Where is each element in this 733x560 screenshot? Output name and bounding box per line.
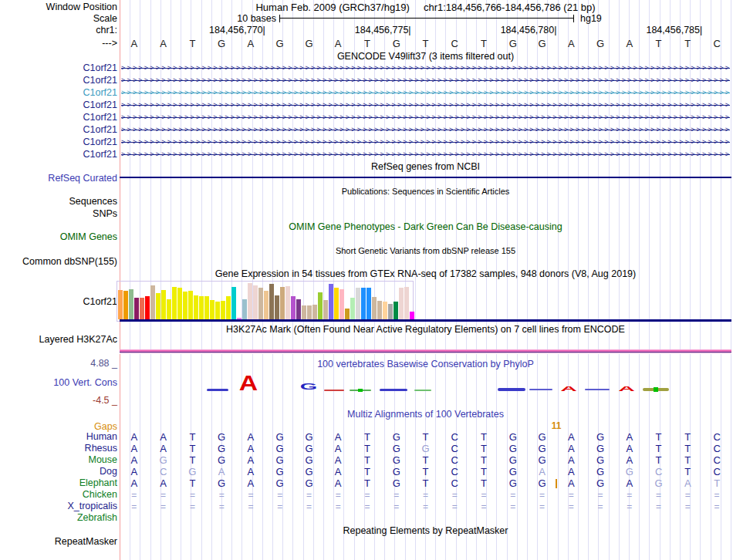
position-tick-label: 184,456,780|	[456, 25, 556, 35]
alignment-base: =	[440, 501, 469, 512]
species-label[interactable]: Dog	[0, 467, 117, 477]
sequence-base: G	[498, 39, 528, 49]
alignment-base: T	[469, 467, 498, 477]
alignment-base: G	[265, 455, 295, 466]
gene-label[interactable]: C1orf21	[0, 137, 117, 147]
gene-transcript-row[interactable]: >>>>>>>>>>>>>>>>>>>>>>>>>>>>>>>>>>>>>>>>…	[121, 100, 730, 110]
alignment-base: T	[673, 455, 702, 466]
omim-genes-label[interactable]: OMIM Genes	[0, 232, 117, 242]
sequence-base: G	[382, 39, 411, 49]
species-label[interactable]: Human	[0, 432, 117, 442]
alignment-base: G	[295, 455, 324, 466]
sequence-base: C	[440, 39, 469, 49]
alignment-base: =	[353, 501, 382, 512]
gene-transcript-row[interactable]: >>>>>>>>>>>>>>>>>>>>>>>>>>>>>>>>>>>>>>>>…	[121, 88, 730, 98]
conservation-dot	[358, 389, 363, 392]
sequence-base: T	[178, 39, 208, 49]
gtex-tissue-bar	[366, 288, 371, 319]
gtex-tissue-bar	[345, 309, 350, 319]
gtex-gene-label[interactable]: C1orf21	[0, 297, 117, 307]
gtex-tissue-bar	[140, 298, 144, 319]
gene-transcript-row[interactable]: >>>>>>>>>>>>>>>>>>>>>>>>>>>>>>>>>>>>>>>>…	[121, 113, 730, 123]
gene-label[interactable]: C1orf21	[0, 100, 117, 110]
alignment-base: G	[295, 478, 324, 489]
alignment-base: =	[295, 490, 324, 501]
alignment-base: C	[440, 444, 469, 454]
alignment-base: G	[265, 478, 295, 489]
sequence-base: T	[469, 39, 498, 49]
species-label[interactable]: Rhesus	[0, 444, 117, 454]
species-label[interactable]: Elephant	[0, 478, 117, 488]
gtex-tissue-bar	[361, 288, 366, 319]
alignment-base: A	[149, 432, 178, 443]
alignment-base: T	[644, 455, 674, 466]
species-label[interactable]: Zebrafish	[0, 513, 117, 523]
gtex-tissue-bar	[253, 285, 258, 319]
gene-transcript-row[interactable]: >>>>>>>>>>>>>>>>>>>>>>>>>>>>>>>>>>>>>>>>…	[121, 150, 730, 160]
conservation-dash	[643, 388, 669, 391]
alignment-base: =	[207, 501, 236, 512]
sequence-base: G	[586, 39, 615, 49]
gtex-tissue-bar	[269, 284, 274, 319]
alignment-base: G	[498, 455, 528, 466]
alignment-base: T	[353, 444, 382, 454]
alignment-base: T	[469, 455, 498, 466]
alignment-base: C	[702, 432, 731, 443]
gene-label[interactable]: C1orf21	[0, 150, 117, 160]
gene-transcript-row[interactable]: >>>>>>>>>>>>>>>>>>>>>>>>>>>>>>>>>>>>>>>>…	[121, 137, 730, 147]
alignment-base: =	[615, 490, 644, 501]
alignment-base: C	[702, 444, 731, 454]
gtex-tissue-bar	[307, 305, 312, 319]
alignment-base: A	[236, 444, 265, 454]
gene-transcript-row[interactable]: >>>>>>>>>>>>>>>>>>>>>>>>>>>>>>>>>>>>>>>>…	[121, 125, 730, 135]
h3k27ac-label[interactable]: Layered H3K27Ac	[0, 335, 117, 345]
alignment-base: G	[498, 478, 528, 489]
gtex-tissue-bar	[350, 298, 355, 319]
scale-label: Scale	[0, 14, 117, 24]
species-label[interactable]: Chicken	[0, 490, 117, 500]
sequences-label[interactable]: Sequences	[0, 197, 117, 207]
sequence-base: A	[149, 39, 178, 49]
alignment-base: =	[469, 490, 498, 501]
conservation-dash	[498, 388, 525, 391]
gene-label[interactable]: C1orf21	[0, 88, 117, 98]
gene-transcript-row[interactable]: >>>>>>>>>>>>>>>>>>>>>>>>>>>>>>>>>>>>>>>>…	[121, 63, 730, 73]
species-label[interactable]: X_tropicalis	[0, 501, 117, 511]
gene-transcript-row[interactable]: >>>>>>>>>>>>>>>>>>>>>>>>>>>>>>>>>>>>>>>>…	[121, 76, 730, 86]
gene-label[interactable]: C1orf21	[0, 125, 117, 135]
dbsnp-label[interactable]: Common dbSNP(155)	[0, 257, 117, 267]
gtex-tissue-bar	[123, 291, 128, 319]
gtex-tissue-bar	[329, 284, 333, 319]
refseq-curated-label[interactable]: RefSeq Curated	[0, 174, 117, 184]
position-tick-label: 184,456,775|	[311, 25, 411, 35]
species-label[interactable]: Mouse	[0, 455, 117, 465]
alignment-base: =	[556, 490, 586, 501]
alignment-base: =	[615, 501, 644, 512]
alignment-base: A	[615, 478, 644, 489]
sequence-base: A	[556, 39, 586, 49]
gtex-tissue-bar	[177, 288, 182, 319]
gap-size-annotation: 11	[544, 420, 569, 431]
gene-label[interactable]: C1orf21	[0, 76, 117, 86]
alignment-base: =	[295, 501, 324, 512]
alignment-base: =	[120, 501, 149, 512]
gene-label[interactable]: C1orf21	[0, 63, 117, 73]
sequence-base: T	[411, 39, 441, 49]
gtex-tissue-bar	[280, 287, 285, 319]
gene-label[interactable]: C1orf21	[0, 113, 117, 123]
conservation-dash	[380, 389, 407, 391]
alignment-base: A	[615, 455, 644, 466]
gtex-tissue-bar	[226, 296, 231, 319]
strand-arrow-label[interactable]: --->	[0, 39, 117, 49]
repeatmasker-label[interactable]: RepeatMasker	[0, 537, 117, 547]
refseq-curated-item[interactable]	[120, 177, 731, 178]
alignment-base: A	[120, 478, 149, 489]
gtex-tissue-bar	[264, 291, 269, 319]
alignment-base: G	[382, 467, 411, 477]
phylop-min-label: -4.5 _	[0, 396, 117, 406]
alignment-base: =	[528, 490, 557, 501]
snps-label[interactable]: SNPs	[0, 209, 117, 219]
sequence-base: G	[528, 39, 557, 49]
h3k27ac-signal[interactable]	[120, 349, 731, 354]
alignment-base: C	[440, 455, 469, 466]
